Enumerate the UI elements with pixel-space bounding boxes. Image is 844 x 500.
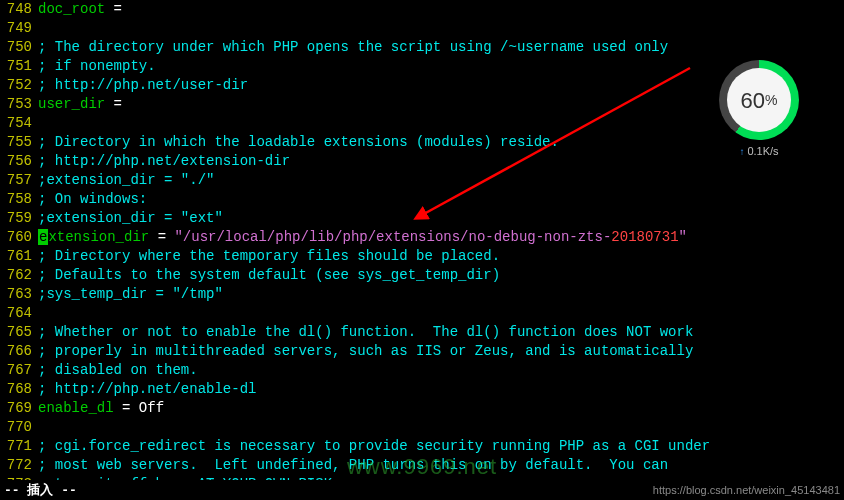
code-line[interactable]: 757;extension_dir = "./" <box>0 171 844 190</box>
code-token: ; The directory under which PHP opens th… <box>38 39 668 55</box>
code-token: Off <box>139 400 164 416</box>
code-token: " <box>679 229 687 245</box>
code-token: ; cgi.force_redirect is necessary to pro… <box>38 438 710 454</box>
status-bar: -- 插入 -- https://blog.csdn.net/weixin_45… <box>0 480 844 500</box>
code-line[interactable]: 765; Whether or not to enable the dl() f… <box>0 323 844 342</box>
line-content[interactable]: ; On windows: <box>38 190 844 209</box>
code-token: ; Directory where the temporary files sh… <box>38 248 500 264</box>
line-number: 760 <box>0 228 38 247</box>
line-content[interactable] <box>38 114 844 133</box>
code-token: ; properly in multithreaded servers, suc… <box>38 343 693 359</box>
code-token: ; Directory in which the loadable extens… <box>38 134 559 150</box>
code-token: ; http://php.net/user-dir <box>38 77 248 93</box>
code-token: ;sys_temp_dir = "/tmp" <box>38 286 223 302</box>
line-content[interactable]: enable_dl = Off <box>38 399 844 418</box>
line-content[interactable]: ; http://php.net/user-dir <box>38 76 844 95</box>
line-content[interactable]: ; disabled on them. <box>38 361 844 380</box>
line-content[interactable]: ; http://php.net/extension-dir <box>38 152 844 171</box>
line-content[interactable] <box>38 418 844 437</box>
code-line[interactable]: 762; Defaults to the system default (see… <box>0 266 844 285</box>
line-number: 766 <box>0 342 38 361</box>
code-editor[interactable]: 748doc_root =749750; The directory under… <box>0 0 844 480</box>
code-line[interactable]: 756; http://php.net/extension-dir <box>0 152 844 171</box>
code-token: ; if nonempty. <box>38 58 156 74</box>
code-token: enable_dl <box>38 400 114 416</box>
code-token: ; Defaults to the system default (see sy… <box>38 267 500 283</box>
line-number: 761 <box>0 247 38 266</box>
line-number: 762 <box>0 266 38 285</box>
line-number: 767 <box>0 361 38 380</box>
line-number: 752 <box>0 76 38 95</box>
line-content[interactable]: ;extension_dir = "ext" <box>38 209 844 228</box>
line-number: 748 <box>0 0 38 19</box>
line-content[interactable]: ; if nonempty. <box>38 57 844 76</box>
line-content[interactable]: ; Whether or not to enable the dl() func… <box>38 323 844 342</box>
line-content[interactable]: ; cgi.force_redirect is necessary to pro… <box>38 437 844 456</box>
code-line[interactable]: 763;sys_temp_dir = "/tmp" <box>0 285 844 304</box>
line-content[interactable]: ; Defaults to the system default (see sy… <box>38 266 844 285</box>
line-number: 755 <box>0 133 38 152</box>
line-number: 749 <box>0 19 38 38</box>
code-line[interactable]: 769enable_dl = Off <box>0 399 844 418</box>
line-number: 763 <box>0 285 38 304</box>
code-line[interactable]: 768; http://php.net/enable-dl <box>0 380 844 399</box>
code-line[interactable]: 755; Directory in which the loadable ext… <box>0 133 844 152</box>
line-content[interactable] <box>38 19 844 38</box>
line-number: 750 <box>0 38 38 57</box>
code-token: ; Whether or not to enable the dl() func… <box>38 324 693 340</box>
line-content[interactable]: ;sys_temp_dir = "/tmp" <box>38 285 844 304</box>
code-token: = <box>105 96 122 112</box>
code-line[interactable]: 758; On windows: <box>0 190 844 209</box>
line-content[interactable]: ; properly in multithreaded servers, suc… <box>38 342 844 361</box>
line-number: 771 <box>0 437 38 456</box>
code-line[interactable]: 754 <box>0 114 844 133</box>
code-line[interactable]: 750; The directory under which PHP opens… <box>0 38 844 57</box>
code-token: ;extension_dir = "./" <box>38 172 214 188</box>
line-number: 751 <box>0 57 38 76</box>
line-number: 770 <box>0 418 38 437</box>
line-content[interactable]: ; Directory in which the loadable extens… <box>38 133 844 152</box>
code-token: user_dir <box>38 96 105 112</box>
code-token: e <box>38 229 48 245</box>
line-content[interactable]: doc_root = <box>38 0 844 19</box>
line-content[interactable]: ;extension_dir = "./" <box>38 171 844 190</box>
code-line[interactable]: 759;extension_dir = "ext" <box>0 209 844 228</box>
code-line[interactable]: 771; cgi.force_redirect is necessary to … <box>0 437 844 456</box>
code-line[interactable]: 751; if nonempty. <box>0 57 844 76</box>
code-token: ; disabled on them. <box>38 362 198 378</box>
code-token: "/usr/local/php/lib/php/extensions/no-de… <box>174 229 611 245</box>
line-number: 759 <box>0 209 38 228</box>
code-line[interactable]: 760extension_dir = "/usr/local/php/lib/p… <box>0 228 844 247</box>
code-line[interactable]: 752; http://php.net/user-dir <box>0 76 844 95</box>
line-content[interactable]: extension_dir = "/usr/local/php/lib/php/… <box>38 228 844 247</box>
code-token: ; http://php.net/extension-dir <box>38 153 290 169</box>
line-content[interactable]: ; The directory under which PHP opens th… <box>38 38 844 57</box>
code-token: ; most web servers. Left undefined, PHP … <box>38 457 668 473</box>
line-content[interactable] <box>38 304 844 323</box>
code-line[interactable]: 753user_dir = <box>0 95 844 114</box>
line-content[interactable]: ; most web servers. Left undefined, PHP … <box>38 456 844 475</box>
line-number: 772 <box>0 456 38 475</box>
line-number: 764 <box>0 304 38 323</box>
line-number: 768 <box>0 380 38 399</box>
code-token: ;extension_dir = "ext" <box>38 210 223 226</box>
line-content[interactable]: ; http://php.net/enable-dl <box>38 380 844 399</box>
code-line[interactable]: 764 <box>0 304 844 323</box>
line-content[interactable]: user_dir = <box>38 95 844 114</box>
line-number: 754 <box>0 114 38 133</box>
line-number: 769 <box>0 399 38 418</box>
code-token: xtension_dir <box>48 229 149 245</box>
line-number: 753 <box>0 95 38 114</box>
code-token: = <box>114 400 139 416</box>
code-line[interactable]: 761; Directory where the temporary files… <box>0 247 844 266</box>
code-line[interactable]: 748doc_root = <box>0 0 844 19</box>
code-line[interactable]: 749 <box>0 19 844 38</box>
code-token: = <box>105 1 122 17</box>
code-line[interactable]: 767; disabled on them. <box>0 361 844 380</box>
code-line[interactable]: 772; most web servers. Left undefined, P… <box>0 456 844 475</box>
code-line[interactable]: 770 <box>0 418 844 437</box>
code-line[interactable]: 766; properly in multithreaded servers, … <box>0 342 844 361</box>
line-number: 765 <box>0 323 38 342</box>
code-token: ; http://php.net/enable-dl <box>38 381 256 397</box>
line-content[interactable]: ; Directory where the temporary files sh… <box>38 247 844 266</box>
